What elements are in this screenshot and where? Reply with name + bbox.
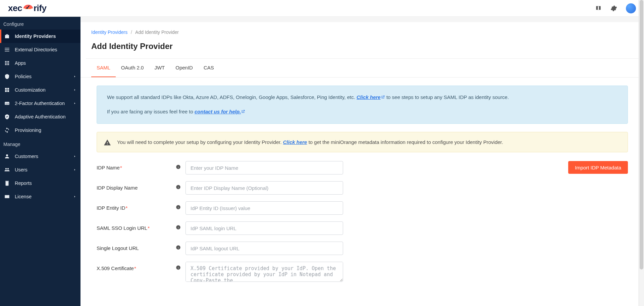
logo[interactable]: xec rify	[8, 3, 46, 13]
svg-text:i: i	[178, 266, 179, 269]
sidebar-item-adaptive-authentication[interactable]: Adaptive Authentication	[0, 110, 80, 123]
tablist: SAMLOAuth 2.0JWTOpenIDCAS	[80, 59, 644, 78]
sidebar-item-identity-providers[interactable]: Identity Providers	[0, 30, 80, 43]
contact-us-link[interactable]: contact us for help.	[195, 109, 245, 114]
field-label: IDP Entity ID*i	[97, 201, 185, 211]
sync-icon	[4, 127, 10, 133]
svg-text:i: i	[178, 246, 179, 249]
chevron-right-icon	[73, 154, 76, 159]
breadcrumb-root[interactable]: Identity Providers	[91, 30, 127, 35]
import-col: Import IDP Metadata	[568, 161, 628, 174]
sidebar-section-manage: Manage	[0, 137, 80, 150]
form-row-saml-sso-login-url: SAML SSO Login URL*i	[97, 221, 628, 235]
person-icon	[4, 153, 10, 159]
tab-saml[interactable]: SAML	[91, 59, 116, 77]
info-text: We support all standard IDPs like Okta, …	[107, 94, 357, 100]
sidebar-item-apps[interactable]: Apps	[0, 56, 80, 70]
svg-text:i: i	[178, 186, 179, 189]
list-icon	[4, 47, 10, 53]
sidebar-item-label: Customization	[15, 87, 46, 93]
field-label: Single Logout URLi	[97, 242, 185, 251]
breadcrumb-sep: /	[131, 30, 132, 35]
info-icon[interactable]: i	[176, 164, 181, 170]
form-row-idp-entity-id: IDP Entity ID*i	[97, 201, 628, 215]
saml-sso-login-url-input[interactable]	[185, 221, 343, 235]
tab-openid[interactable]: OpenID	[170, 59, 198, 77]
breadcrumb: Identity Providers / Add Identity Provid…	[80, 22, 644, 35]
info-icon[interactable]: i	[176, 265, 181, 271]
sidebar-item-external-directories[interactable]: External Directories	[0, 43, 80, 56]
breadcrumb-current: Add Identity Provider	[135, 30, 179, 35]
idp-display-name-input[interactable]	[185, 181, 343, 195]
tab-jwt[interactable]: JWT	[149, 59, 170, 77]
sidebar-item-customization[interactable]: Customization	[0, 83, 80, 97]
info-click-here-link[interactable]: Click here	[357, 94, 385, 100]
scrollbar-thumb[interactable]	[640, 0, 643, 269]
sidebar-item-reports[interactable]: Reports	[0, 176, 80, 190]
svg-text:i: i	[178, 226, 179, 229]
sidebar-item-provisioning[interactable]: Provisioning	[0, 123, 80, 137]
chevron-right-icon	[73, 87, 76, 93]
field-label: SAML SSO Login URL*i	[97, 221, 185, 231]
single-logout-url-input[interactable]	[185, 242, 343, 255]
sidebar-item-customers[interactable]: Customers	[0, 150, 80, 163]
sidebar-item-2-factor-authentication[interactable]: 1232-Factor Authentication	[0, 97, 80, 110]
chevron-right-icon	[73, 74, 76, 79]
sidebar-item-label: Provisioning	[15, 128, 41, 133]
svg-text:123: 123	[5, 103, 9, 105]
info-icon[interactable]: i	[176, 225, 181, 231]
info-text-3: If you are facing any issues feel free t…	[107, 109, 195, 114]
shield-icon	[4, 73, 10, 80]
field-label: X.509 Certificate*i	[97, 262, 185, 271]
sidebar-item-label: External Directories	[15, 47, 57, 52]
sidebar-item-label: Identity Providers	[15, 34, 56, 39]
sidebar-item-label: 2-Factor Authentication	[15, 101, 65, 106]
info-icon[interactable]: i	[176, 245, 181, 251]
sidebar-item-users[interactable]: Users	[0, 163, 80, 176]
info-text-2: to see steps to setup any SAML IDP as id…	[386, 94, 509, 100]
shieldok-icon	[4, 114, 10, 120]
sidebar: Configure Identity ProvidersExternal Dir…	[0, 17, 80, 302]
external-link-icon	[241, 108, 245, 116]
main: Identity Providers / Add Identity Provid…	[80, 17, 644, 302]
sidebar-section-configure: Configure	[0, 17, 80, 30]
info-icon[interactable]: i	[176, 185, 181, 191]
import-idp-metadata-button[interactable]: Import IDP Metadata	[568, 161, 628, 174]
field-label: IDP Display Namei	[97, 181, 185, 191]
chevron-right-icon	[73, 101, 76, 106]
logo-right: rify	[34, 3, 46, 13]
warn-click-here-link[interactable]: Click here	[283, 139, 307, 145]
book-icon[interactable]	[595, 5, 602, 12]
page-title: Add Identity Provider	[80, 35, 644, 58]
form-row-idp-display-name: IDP Display Namei	[97, 181, 628, 195]
sidebar-item-label: Users	[15, 167, 28, 172]
idp-entity-id-input[interactable]	[185, 201, 343, 215]
avatar[interactable]	[626, 3, 636, 13]
grid-icon	[4, 60, 10, 66]
external-link-icon	[381, 94, 385, 102]
clip-icon	[4, 180, 10, 186]
sidebar-item-policies[interactable]: Policies	[0, 70, 80, 83]
sidebar-item-license[interactable]: License	[0, 190, 80, 203]
warning-icon	[104, 139, 111, 148]
logo-left: xec	[8, 3, 22, 13]
idp-form: IDP Name*iImport IDP MetadataIDP Display…	[97, 161, 628, 282]
tab-cas[interactable]: CAS	[198, 59, 219, 77]
people-icon	[4, 167, 10, 173]
tab-oauth-2-0[interactable]: OAuth 2.0	[116, 59, 149, 77]
header-actions	[595, 3, 636, 13]
gear-icon[interactable]	[610, 5, 617, 12]
form-row-idp-name: IDP Name*iImport IDP Metadata	[97, 161, 628, 174]
scrollbar[interactable]	[639, 0, 644, 302]
idp-name-input[interactable]	[185, 161, 343, 174]
header: xec rify	[0, 0, 644, 17]
chevron-right-icon	[73, 167, 76, 172]
warning-box: You will need to complete your setup by …	[97, 132, 628, 152]
info-box: We support all standard IDPs like Okta, …	[97, 86, 628, 124]
toolbar-placeholder	[80, 17, 644, 22]
x-509-certificate-input[interactable]	[185, 262, 343, 282]
svg-text:i: i	[178, 206, 179, 209]
info-icon[interactable]: i	[176, 205, 181, 211]
num-icon: 123	[4, 100, 10, 106]
sidebar-item-label: Customers	[15, 154, 38, 159]
